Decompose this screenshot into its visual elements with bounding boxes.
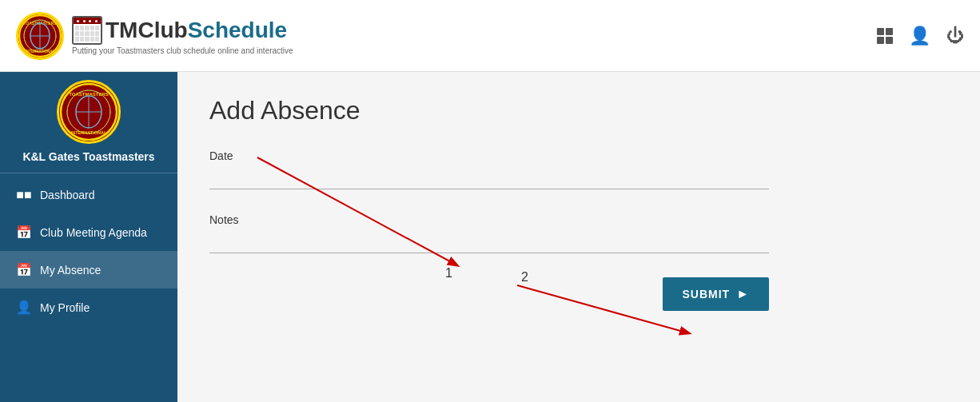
- club-name: K&L Gates Toastmasters: [0, 150, 177, 173]
- sidebar-nav: ■■ Dashboard 📅 Club Meeting Agenda 📅 My …: [0, 177, 177, 326]
- brand-schedule: Schedule: [188, 18, 287, 42]
- sidebar-item-label-my-profile: My Profile: [40, 301, 90, 314]
- dashboard-icon: ■■: [16, 188, 32, 202]
- calendar-icon: 📅: [16, 225, 32, 240]
- absence-calendar-icon: 📅: [16, 262, 32, 277]
- submit-label: SUBMIT: [682, 288, 730, 301]
- sidebar-item-dashboard[interactable]: ■■ Dashboard: [0, 177, 177, 213]
- notes-input[interactable]: [209, 229, 769, 253]
- brand-text-area: TMClubSchedule Putting your Toastmasters…: [72, 16, 293, 55]
- content-area: Add Absence 1 2: [177, 72, 980, 402]
- submit-arrow-icon: ►: [736, 287, 750, 301]
- notes-label: Notes: [209, 213, 785, 226]
- grid-icon[interactable]: [877, 28, 893, 44]
- user-icon[interactable]: 👤: [909, 26, 930, 46]
- date-label: Date: [209, 149, 785, 162]
- brand-logo-row: TMClubSchedule: [72, 16, 293, 45]
- sidebar-item-my-profile[interactable]: 👤 My Profile: [0, 289, 177, 326]
- brand-tagline: Putting your Toastmasters club schedule …: [72, 46, 293, 55]
- sidebar-item-label-club-meeting-agenda: Club Meeting Agenda: [40, 226, 147, 239]
- notes-field: Notes: [209, 213, 785, 253]
- header-actions: 👤 ⏻: [877, 26, 964, 46]
- date-input[interactable]: [209, 165, 769, 189]
- sidebar-item-label-my-absence: My Absence: [40, 264, 101, 277]
- logo-area: TOASTMASTERS INTERNATIONAL: [16, 12, 293, 60]
- sidebar-item-my-absence[interactable]: 📅 My Absence: [0, 251, 177, 289]
- power-icon[interactable]: ⏻: [946, 26, 964, 46]
- profile-icon: 👤: [16, 300, 32, 315]
- submit-button[interactable]: SUBMIT ►: [663, 277, 769, 311]
- sidebar-logo: TOASTMASTERS INTERNATIONAL: [57, 80, 121, 144]
- calendar-logo-icon: [72, 16, 102, 45]
- toastmasters-badge-icon: TOASTMASTERS INTERNATIONAL: [16, 12, 64, 60]
- header: TOASTMASTERS INTERNATIONAL: [0, 0, 980, 72]
- sidebar-item-club-meeting-agenda[interactable]: 📅 Club Meeting Agenda: [0, 213, 177, 251]
- add-absence-form: 1 2 Date Notes SUBMIT ►: [209, 149, 785, 311]
- form-actions: SUBMIT ►: [209, 277, 769, 311]
- main-layout: TOASTMASTERS INTERNATIONAL K&L Gates Toa…: [0, 72, 980, 402]
- sidebar-item-label-dashboard: Dashboard: [40, 189, 95, 201]
- date-field: Date: [209, 149, 785, 189]
- page-title: Add Absence: [209, 96, 948, 125]
- sidebar: TOASTMASTERS INTERNATIONAL K&L Gates Toa…: [0, 72, 177, 402]
- brand-tm: TM: [106, 18, 137, 42]
- brand-club: Club: [137, 18, 187, 42]
- svg-text:INTERNATIONAL: INTERNATIONAL: [71, 130, 107, 135]
- brand-name: TMClubSchedule: [106, 19, 287, 42]
- svg-text:INTERNATIONAL: INTERNATIONAL: [26, 50, 55, 54]
